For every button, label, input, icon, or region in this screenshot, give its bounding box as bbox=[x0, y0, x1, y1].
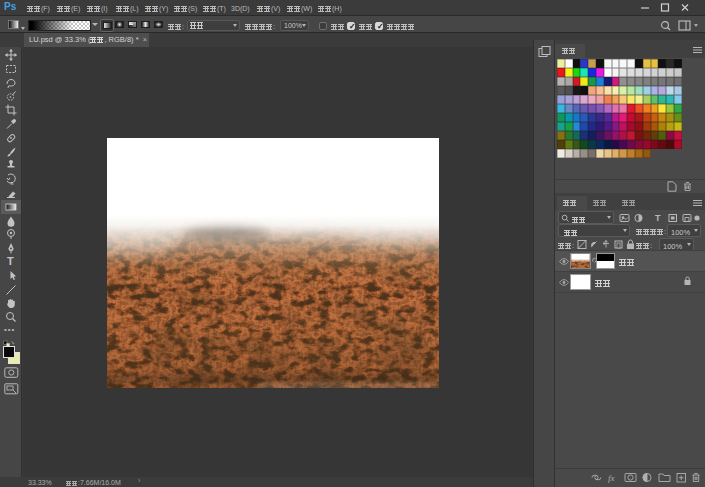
svg-text:fx: fx bbox=[608, 473, 615, 483]
svg-text:T: T bbox=[655, 213, 661, 223]
